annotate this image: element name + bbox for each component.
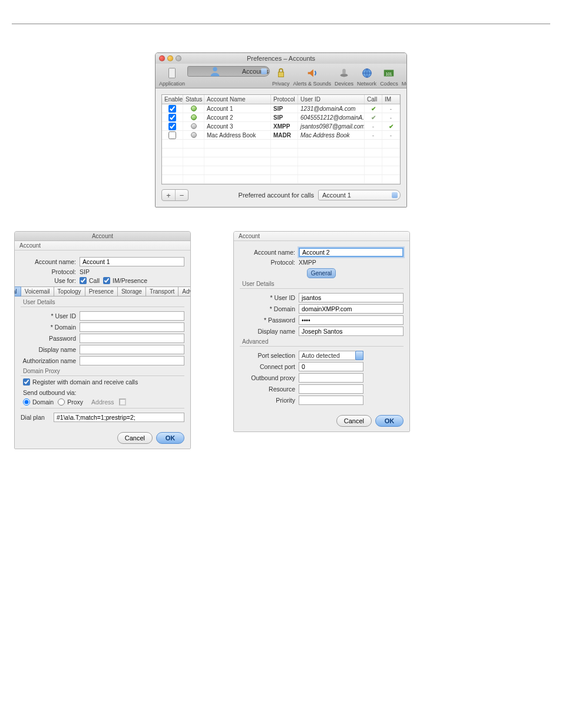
ok-button[interactable]: OK [375, 415, 404, 427]
domain-field[interactable] [299, 304, 404, 314]
use-for-im-checkbox[interactable] [103, 277, 110, 284]
svg-text:101: 101 [386, 72, 392, 76]
cancel-button[interactable]: Cancel [117, 432, 153, 444]
userid-field[interactable] [299, 293, 404, 302]
status-icon [191, 123, 197, 129]
advanced-title: Advanced [242, 338, 404, 345]
tab-voicemail[interactable]: Voicemail [21, 286, 54, 297]
display-name-label: Display name [21, 346, 76, 353]
col-enabled[interactable]: Enabled [162, 95, 183, 104]
status-icon [191, 114, 197, 120]
protocol-value: SIP [80, 268, 90, 275]
col-im[interactable]: IM [382, 95, 400, 104]
svg-rect-2 [278, 72, 283, 77]
priority-field[interactable] [299, 396, 363, 405]
domain-radio[interactable] [23, 398, 30, 406]
auth-name-field[interactable] [80, 356, 184, 365]
tab-general[interactable]: General [307, 268, 336, 278]
tab-network[interactable]: Network [356, 66, 378, 87]
xmpp-account-dialog: Account Account name: Protocol: XMPP Gen… [233, 231, 410, 432]
col-account-name[interactable]: Account Name [204, 95, 271, 104]
display-name-label: Display name [240, 328, 295, 335]
tab-media-quality[interactable]: Media Quality [401, 66, 407, 87]
preferences-window: Preferences – Accounts Application Accou… [155, 52, 407, 207]
send-outbound-label: Send outbound via: [23, 389, 184, 396]
cancel-button[interactable]: Cancel [336, 415, 372, 427]
user-details-title: User Details [23, 299, 184, 305]
protocol-value: XMPP [299, 259, 316, 266]
dialog-title: Account [15, 232, 190, 241]
status-icon [191, 106, 197, 111]
status-icon [191, 132, 197, 138]
register-checkbox[interactable] [23, 378, 30, 386]
table-row[interactable]: Account 2 SIP 6045551212@domainA.com ✔ - [162, 113, 400, 122]
dialog-section: Account [234, 232, 409, 241]
password-label: Password [21, 335, 76, 342]
userid-label: * User ID [240, 294, 295, 301]
tab-presence[interactable]: Presence [85, 286, 118, 297]
ok-button[interactable]: OK [156, 432, 184, 444]
add-button[interactable]: + [162, 190, 175, 200]
auth-name-label: Authorization name [21, 357, 76, 364]
enabled-checkbox[interactable] [168, 105, 176, 113]
resource-field[interactable] [299, 384, 363, 394]
preferred-account-select[interactable]: Account 1 [318, 190, 401, 200]
connect-port-label: Connect port [240, 363, 295, 370]
sip-account-dialog: Account Account Account name: Protocol: … [14, 231, 191, 449]
port-selection-select[interactable]: Auto detected [299, 351, 363, 360]
enabled-checkbox[interactable] [168, 131, 176, 139]
table-row[interactable]: Mac Address Book MADR Mac Address Book -… [162, 131, 400, 140]
add-remove-buttons: + − [161, 189, 189, 201]
col-status[interactable]: Status [183, 95, 204, 104]
proxy-radio[interactable] [58, 398, 65, 406]
dial-plan-field[interactable] [54, 413, 184, 422]
resource-label: Resource [240, 386, 295, 393]
tab-alerts-sounds[interactable]: Alerts & Sounds [292, 66, 333, 87]
port-selection-label: Port selection [240, 352, 295, 359]
tab-advanced[interactable]: Advanced [178, 286, 191, 297]
col-call[interactable]: Call [365, 95, 382, 104]
remove-button[interactable]: − [175, 190, 188, 200]
protocol-label: Protocol: [240, 259, 295, 266]
connect-port-field[interactable] [299, 362, 363, 371]
outbound-proxy-label: Outbound proxy [240, 374, 295, 381]
outbound-proxy-field[interactable] [299, 373, 363, 383]
proxy-address-field [119, 398, 126, 406]
tab-storage[interactable]: Storage [117, 286, 146, 297]
display-name-field[interactable] [299, 327, 404, 336]
password-field[interactable] [299, 315, 404, 325]
col-protocol[interactable]: Protocol [271, 95, 298, 104]
col-user-id[interactable]: User ID [298, 95, 365, 104]
dial-plan-label: Dial plan [21, 414, 50, 421]
tab-topology[interactable]: Topology [54, 286, 85, 297]
titlebar: Preferences – Accounts [156, 53, 406, 64]
check-icon: ✔ [385, 123, 397, 130]
account-name-field[interactable] [80, 257, 184, 266]
priority-label: Priority [240, 397, 295, 404]
account-name-field[interactable] [299, 248, 404, 257]
table-row[interactable]: Account 1 SIP 1231@domainA.com ✔ - [162, 104, 400, 113]
domain-label: * Domain [240, 305, 295, 312]
enabled-checkbox[interactable] [168, 123, 176, 130]
display-name-field[interactable] [80, 345, 184, 354]
check-icon: ✔ [367, 106, 379, 112]
svg-rect-0 [169, 68, 176, 78]
use-for-call-checkbox[interactable] [80, 277, 87, 284]
tab-accounts[interactable]: Accounts [187, 66, 270, 77]
tab-privacy[interactable]: Privacy [271, 66, 291, 87]
password-field[interactable] [80, 334, 184, 343]
tab-devices[interactable]: Devices [333, 66, 355, 87]
tab-codecs[interactable]: 101Codecs [379, 66, 399, 87]
enabled-checkbox[interactable] [168, 114, 176, 121]
tab-application[interactable]: Application [158, 66, 186, 87]
tab-transport[interactable]: Transport [146, 286, 178, 297]
preferred-account-label: Preferred account for calls [239, 192, 314, 199]
stepper-icon[interactable] [355, 351, 363, 360]
tab-general[interactable]: General [14, 286, 21, 297]
window-title: Preferences – Accounts [156, 55, 406, 62]
userid-field[interactable] [80, 311, 184, 321]
proxy-address-label: Address [91, 398, 114, 406]
user-details-title: User Details [242, 281, 404, 287]
domain-field[interactable] [80, 322, 184, 332]
table-row[interactable]: Account 3 XMPP jsantos0987@gmail.com - ✔ [162, 122, 400, 131]
